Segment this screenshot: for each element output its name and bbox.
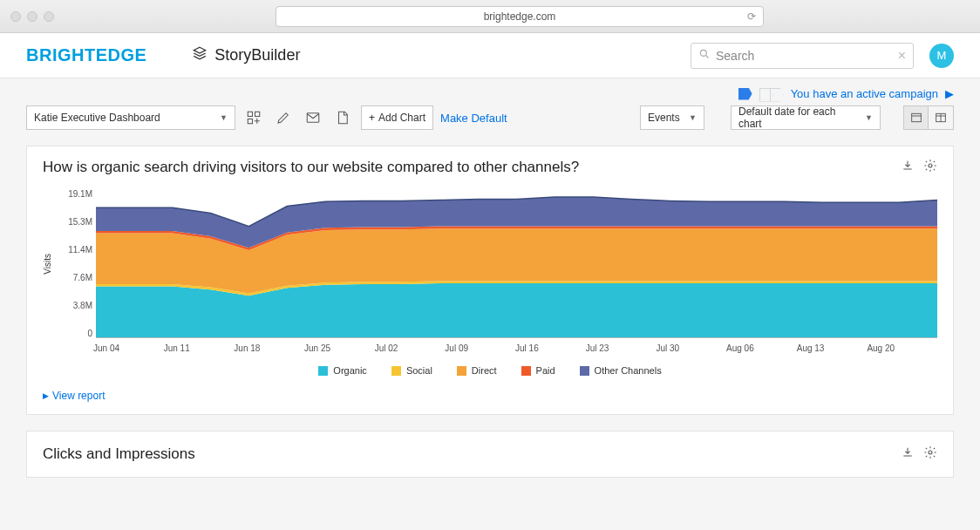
x-tick: Jul 16 [515,343,586,353]
campaign-arrow-icon: ▶ [945,87,954,100]
x-tick: Jul 02 [375,343,446,353]
search-icon [698,48,711,63]
plus-icon: + [369,112,375,124]
events-select[interactable]: Events ▼ [640,105,704,130]
legend-label: Social [406,365,432,376]
y-tick: 19.1M [68,190,92,199]
legend-swatch [391,366,401,376]
dashboard-select-label: Katie Executive Dashboard [34,112,160,124]
legend-item[interactable]: Social [391,365,432,376]
view-toggle [903,105,954,130]
y-tick: 15.3M [68,218,92,227]
add-chart-button[interactable]: + Add Chart [361,105,433,130]
y-axis-ticks: 19.1M15.3M11.4M7.6M3.8M0 [56,190,96,338]
download-button[interactable] [901,159,915,176]
y-axis-title: Visits [43,254,52,275]
pdf-button[interactable] [331,105,354,130]
date-range-select[interactable]: Default date for each chart ▼ [731,105,881,130]
chart-card-clicks: Clicks and Impressions [26,431,954,478]
view-report-link[interactable]: ▶ View report [27,381,953,414]
svg-rect-2 [255,112,260,116]
traffic-close[interactable] [10,11,21,22]
legend-item[interactable]: Direct [457,365,497,376]
card-title: How is organic search driving visitors t… [43,159,579,176]
legend-item[interactable]: Organic [318,365,367,376]
url-bar[interactable]: brightedge.com ⟳ [276,6,764,27]
legend-label: Paid [536,365,555,376]
legend-item[interactable]: Other Channels [580,365,662,376]
legend-item[interactable]: Paid [521,365,555,376]
layers-icon [192,45,208,65]
download-button[interactable] [901,445,915,463]
brand-logo[interactable]: BRIGHTEDGE [26,45,146,65]
view-single-button[interactable] [904,106,929,129]
legend-label: Organic [333,365,367,376]
dashboard-select[interactable]: Katie Executive Dashboard ▼ [26,105,235,130]
view-grid-button[interactable] [929,106,953,129]
card-title: Clicks and Impressions [43,445,195,463]
svg-rect-5 [911,113,921,121]
clear-search-icon[interactable]: × [898,48,906,64]
x-tick: Aug 13 [797,343,868,353]
campaign-tag-ghost-icon [759,88,784,100]
legend-label: Other Channels [595,365,662,376]
x-axis-ticks: Jun 04Jun 11Jun 18Jun 25Jul 02Jul 09Jul … [43,343,937,353]
area-layer [96,283,937,337]
view-report-label: View report [52,390,105,402]
legend-label: Direct [472,365,497,376]
svg-rect-1 [248,112,252,116]
x-tick: Jun 25 [304,343,375,353]
triangle-right-icon: ▶ [43,391,49,400]
chevron-down-icon: ▼ [220,113,228,122]
campaign-banner[interactable]: You have an active campaign ▶ [26,78,954,105]
legend-swatch [457,366,466,376]
legend-swatch [318,366,328,376]
chart-area: Visits 19.1M15.3M11.4M7.6M3.8M0 Jun 04Ju… [27,181,953,381]
settings-button[interactable] [923,159,937,176]
traffic-lights [10,11,54,22]
search-input[interactable]: Search × [691,43,914,69]
traffic-zoom[interactable] [44,11,54,22]
url-text: brightedge.com [484,10,556,23]
x-tick: Aug 06 [726,343,797,353]
campaign-text: You have an active campaign [791,87,938,100]
x-tick: Jul 09 [445,343,515,353]
search-placeholder: Search [716,49,754,63]
x-tick: Jun 11 [164,343,235,353]
svg-point-8 [929,451,932,454]
legend-swatch [580,366,589,376]
x-tick: Jul 30 [656,343,726,353]
chevron-down-icon: ▼ [689,113,697,122]
chevron-down-icon: ▼ [865,113,873,122]
y-tick: 3.8M [73,302,92,310]
add-chart-label: Add Chart [378,112,425,124]
browser-chrome: brightedge.com ⟳ [0,0,980,33]
edit-button[interactable] [272,105,295,130]
chart-legend: OrganicSocialDirectPaidOther Channels [43,365,937,376]
chart-plot [96,190,937,338]
section-label: StoryBuilder [214,46,300,65]
svg-rect-4 [307,113,319,123]
x-tick: Jun 18 [234,343,304,353]
svg-rect-3 [248,119,252,124]
events-label: Events [648,112,680,124]
toolbar: Katie Executive Dashboard ▼ + Add Chart … [26,105,954,130]
campaign-tag-icon [738,88,752,100]
y-tick: 0 [87,330,92,338]
date-range-label: Default date for each chart [738,105,860,130]
legend-swatch [521,366,531,376]
traffic-minimize[interactable] [27,11,37,22]
email-button[interactable] [302,105,324,130]
app-header: BRIGHTEDGE StoryBuilder Search × M [0,33,980,78]
avatar[interactable]: M [929,44,954,68]
make-default-link[interactable]: Make Default [440,112,507,125]
svg-point-7 [929,164,932,167]
svg-point-0 [700,50,706,56]
x-tick: Jun 04 [93,343,164,353]
refresh-icon[interactable]: ⟳ [747,10,756,23]
grid-add-button[interactable] [242,105,265,130]
section-title[interactable]: StoryBuilder [192,45,300,65]
settings-button[interactable] [923,445,937,463]
y-tick: 11.4M [68,246,92,255]
y-tick: 7.6M [73,274,92,282]
